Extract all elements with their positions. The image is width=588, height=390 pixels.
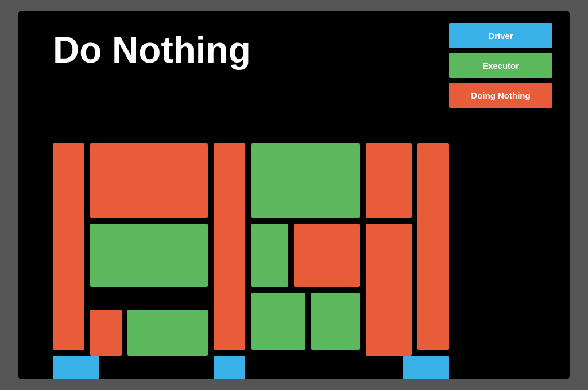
block-r2 [90, 143, 208, 218]
executor-button[interactable]: Executor [449, 53, 552, 78]
block-g2 [127, 310, 208, 356]
block-r7 [366, 224, 412, 356]
doing-nothing-button[interactable]: Doing Nothing [449, 83, 552, 108]
block-r5 [294, 224, 360, 287]
block-b3 [403, 356, 449, 379]
app-container: Do Nothing Driver Executor Doing Nothing [18, 11, 570, 379]
app-title: Do Nothing [53, 29, 251, 71]
block-g5 [251, 292, 305, 350]
block-b1 [53, 356, 99, 379]
grid-area [53, 143, 552, 367]
block-r8 [417, 143, 449, 350]
block-g3 [251, 143, 360, 218]
block-r1 [53, 143, 84, 350]
block-g6 [311, 292, 360, 350]
button-group: Driver Executor Doing Nothing [449, 23, 552, 108]
block-r6 [366, 143, 412, 218]
block-g4 [251, 224, 288, 287]
block-g1 [90, 224, 208, 287]
block-b2 [214, 356, 245, 379]
driver-button[interactable]: Driver [449, 23, 552, 48]
block-r3 [90, 310, 122, 356]
block-r4 [214, 143, 245, 350]
